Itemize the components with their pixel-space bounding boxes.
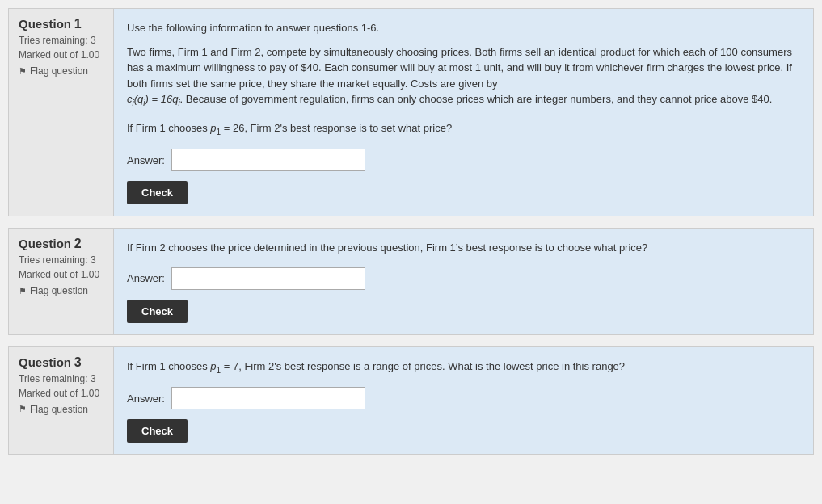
question-number-3: 3	[74, 355, 82, 369]
question-content-2: If Firm 2 chooses the price determined i…	[114, 229, 813, 334]
question-content-1: Use the following information to answer …	[114, 9, 813, 216]
question-prefix-3: Question	[19, 355, 71, 369]
flag-icon-2: ⚑	[19, 286, 27, 296]
marked-out-1: Marked out of 1.00	[19, 49, 103, 61]
question-sidebar-2: Question 2 Tries remaining: 3 Marked out…	[9, 229, 114, 334]
question-title-3: Question 3	[19, 355, 103, 370]
question-title-2: Question 2	[19, 237, 103, 251]
marked-out-2: Marked out of 1.00	[19, 269, 103, 280]
check-button-2[interactable]: Check	[127, 300, 188, 323]
question-title-1: Question 1	[19, 17, 103, 32]
answer-input-2[interactable]	[171, 267, 365, 290]
flag-label-1: Flag question	[30, 65, 88, 77]
answer-label-2: Answer:	[127, 272, 165, 284]
question-prefix-1: Question	[19, 17, 71, 31]
question-intro-1: Use the following information to answer …	[127, 20, 800, 36]
flag-label-2: Flag question	[30, 285, 88, 296]
question-prefix-2: Question	[19, 237, 71, 250]
tries-remaining-3: Tries remaining: 3	[19, 373, 103, 384]
question-sidebar-1: Question 1 Tries remaining: 3 Marked out…	[9, 9, 114, 216]
question-block-3: Question 3 Tries remaining: 3 Marked out…	[8, 346, 814, 456]
answer-row-1: Answer:	[127, 149, 800, 171]
tries-remaining-1: Tries remaining: 3	[19, 35, 103, 46]
flag-question-3[interactable]: ⚑ Flag question	[19, 404, 103, 415]
answer-label-1: Answer:	[127, 154, 165, 166]
question-content-3: If Firm 1 chooses p1 = 7, Firm 2's best …	[114, 347, 813, 455]
check-button-3[interactable]: Check	[127, 419, 188, 443]
question-sidebar-3: Question 3 Tries remaining: 3 Marked out…	[9, 347, 114, 455]
tries-remaining-2: Tries remaining: 3	[19, 254, 103, 266]
question-body-1: Two firms, Firm 1 and Firm 2, compete by…	[127, 44, 800, 109]
check-button-1[interactable]: Check	[127, 181, 188, 204]
question-prompt-3: If Firm 1 chooses p1 = 7, Firm 2's best …	[127, 359, 800, 376]
question-number-2: 2	[74, 237, 82, 250]
flag-icon-3: ⚑	[19, 404, 27, 414]
question-prompt-1: If Firm 1 chooses p1 = 26, Firm 2's best…	[127, 120, 800, 138]
answer-row-2: Answer:	[127, 267, 800, 290]
marked-out-3: Marked out of 1.00	[19, 388, 103, 399]
question-number-1: 1	[74, 17, 82, 31]
flag-icon-1: ⚑	[19, 66, 27, 77]
flag-question-2[interactable]: ⚑ Flag question	[19, 285, 103, 296]
answer-row-3: Answer:	[127, 387, 800, 410]
flag-label-3: Flag question	[30, 404, 88, 415]
question-prompt-2: If Firm 2 chooses the price determined i…	[127, 240, 800, 256]
answer-input-3[interactable]	[171, 387, 365, 410]
answer-input-1[interactable]	[171, 149, 365, 171]
answer-label-3: Answer:	[127, 393, 165, 405]
question-block-1: Question 1 Tries remaining: 3 Marked out…	[8, 8, 814, 216]
flag-question-1[interactable]: ⚑ Flag question	[19, 65, 103, 77]
question-block-2: Question 2 Tries remaining: 3 Marked out…	[8, 228, 814, 335]
